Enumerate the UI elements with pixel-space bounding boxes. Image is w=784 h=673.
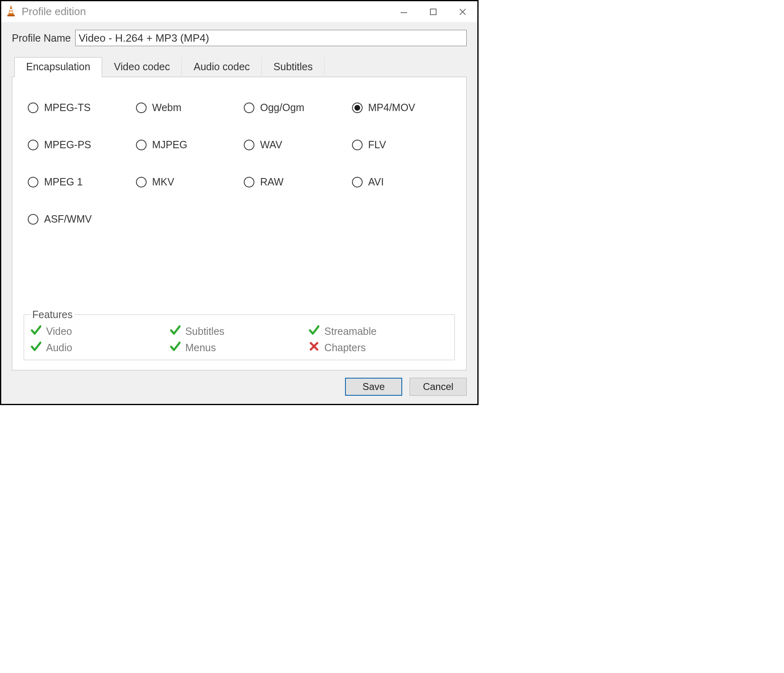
radio-mpeg-ps[interactable]: MPEG-PS xyxy=(28,139,132,151)
radio-mpeg-ts[interactable]: MPEG-TS xyxy=(28,102,132,114)
radio-label: AVI xyxy=(368,176,384,188)
feature-video: Video xyxy=(31,325,170,338)
features-group: Features VideoSubtitlesStreamableAudioMe… xyxy=(24,309,455,360)
radio-indicator-icon xyxy=(136,140,147,150)
radio-ogg-ogm[interactable]: Ogg/Ogm xyxy=(244,102,348,114)
radio-webm[interactable]: Webm xyxy=(136,102,240,114)
vlc-cone-icon xyxy=(5,5,17,17)
feature-label: Audio xyxy=(46,342,72,354)
radio-label: RAW xyxy=(260,176,283,188)
radio-flv[interactable]: FLV xyxy=(352,139,456,151)
check-icon xyxy=(31,341,41,354)
minimize-button[interactable] xyxy=(389,1,419,22)
radio-label: ASF/WMV xyxy=(44,213,92,225)
cancel-button[interactable]: Cancel xyxy=(410,378,467,396)
window-title: Profile edition xyxy=(22,5,86,18)
radio-label: WAV xyxy=(260,139,282,151)
svg-rect-5 xyxy=(430,9,436,15)
dialog-button-row: Save Cancel xyxy=(12,370,467,396)
save-button[interactable]: Save xyxy=(345,378,402,396)
radio-indicator-icon xyxy=(28,177,38,187)
profile-name-label: Profile Name xyxy=(12,32,71,44)
radio-raw[interactable]: RAW xyxy=(244,176,348,188)
tab-label: Encapsulation xyxy=(26,61,90,72)
radio-indicator-icon xyxy=(244,103,254,113)
tab-audio-codec[interactable]: Audio codec xyxy=(182,57,262,77)
radio-indicator-icon xyxy=(352,103,363,113)
title-bar: Profile edition xyxy=(1,1,477,22)
radio-label: MPEG-PS xyxy=(44,139,91,151)
radio-label: MPEG-TS xyxy=(44,102,91,114)
radio-mjpeg[interactable]: MJPEG xyxy=(136,139,240,151)
feature-streamable: Streamable xyxy=(309,325,448,338)
tab-label: Video codec xyxy=(114,61,170,72)
maximize-button[interactable] xyxy=(419,1,448,22)
check-icon xyxy=(31,325,41,338)
radio-indicator-icon xyxy=(244,140,254,150)
window-buttons xyxy=(389,1,477,22)
feature-label: Subtitles xyxy=(185,325,225,337)
radio-mp4-mov[interactable]: MP4/MOV xyxy=(352,102,456,114)
features-grid: VideoSubtitlesStreamableAudioMenusChapte… xyxy=(31,325,448,354)
radio-label: Ogg/Ogm xyxy=(260,102,304,114)
radio-mkv[interactable]: MKV xyxy=(136,176,240,188)
radio-indicator-icon xyxy=(352,177,363,187)
svg-marker-2 xyxy=(9,11,13,13)
tab-encapsulation[interactable]: Encapsulation xyxy=(14,57,102,77)
radio-label: MPEG 1 xyxy=(44,176,82,188)
radio-indicator-icon xyxy=(136,177,147,187)
tab-label: Audio codec xyxy=(194,61,250,72)
close-button[interactable] xyxy=(448,1,477,22)
tab-label: Subtitles xyxy=(274,61,313,72)
radio-label: MP4/MOV xyxy=(368,102,415,114)
radio-avi[interactable]: AVI xyxy=(352,176,456,188)
tab-video-codec[interactable]: Video codec xyxy=(102,57,182,77)
radio-indicator-icon xyxy=(28,140,38,150)
check-icon xyxy=(309,325,319,338)
radio-indicator-icon xyxy=(136,103,147,113)
dialog-window: Profile edition Profile Name Encapsulati… xyxy=(0,0,479,405)
check-icon xyxy=(170,325,180,338)
feature-chapters: Chapters xyxy=(309,341,448,354)
features-legend: Features xyxy=(31,309,74,321)
check-icon xyxy=(170,341,180,354)
radio-indicator-icon xyxy=(28,103,38,113)
tab-subtitles[interactable]: Subtitles xyxy=(262,57,325,77)
radio-indicator-icon xyxy=(244,177,254,187)
feature-label: Streamable xyxy=(324,325,376,337)
svg-marker-1 xyxy=(10,9,12,11)
radio-label: MKV xyxy=(152,176,174,188)
feature-label: Chapters xyxy=(324,342,365,354)
feature-menus: Menus xyxy=(170,341,309,354)
radio-mpeg-1[interactable]: MPEG 1 xyxy=(28,176,132,188)
feature-audio: Audio xyxy=(31,341,170,354)
profile-name-row: Profile Name xyxy=(12,30,467,46)
radio-label: FLV xyxy=(368,139,386,151)
dialog-body: Profile Name Encapsulation Video codec A… xyxy=(1,22,477,404)
encapsulation-radio-grid: MPEG-TSWebmOgg/OgmMP4/MOVMPEG-PSMJPEGWAV… xyxy=(28,102,456,225)
radio-indicator-icon xyxy=(352,140,363,150)
radio-wav[interactable]: WAV xyxy=(244,139,348,151)
svg-rect-3 xyxy=(7,15,15,16)
feature-subtitles: Subtitles xyxy=(170,325,309,338)
tab-strip: Encapsulation Video codec Audio codec Su… xyxy=(14,57,467,77)
radio-label: Webm xyxy=(152,102,182,114)
radio-label: MJPEG xyxy=(152,139,187,151)
feature-label: Video xyxy=(46,325,72,337)
feature-label: Menus xyxy=(185,342,216,354)
tab-panel-encapsulation: MPEG-TSWebmOgg/OgmMP4/MOVMPEG-PSMJPEGWAV… xyxy=(12,77,467,370)
profile-name-input[interactable] xyxy=(75,30,467,46)
radio-indicator-icon xyxy=(28,214,38,225)
cross-icon xyxy=(309,341,319,354)
radio-asf-wmv[interactable]: ASF/WMV xyxy=(28,213,132,225)
